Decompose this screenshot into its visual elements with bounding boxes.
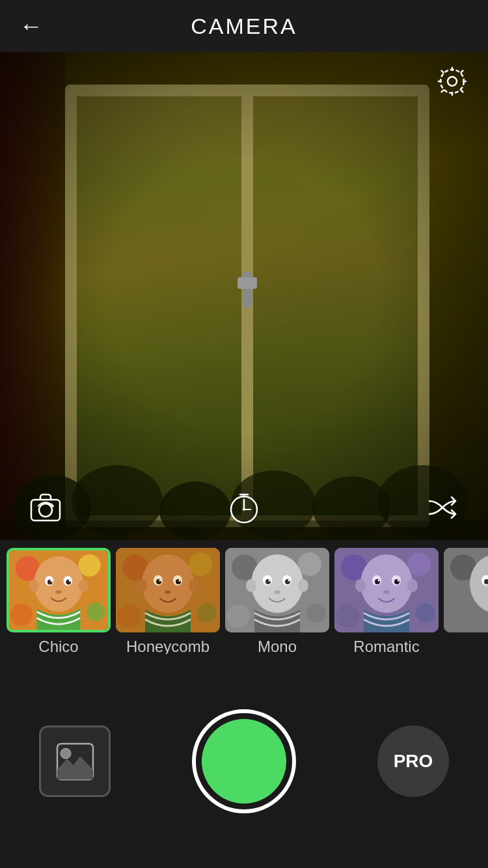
viewfinder-controls <box>0 488 488 527</box>
filter-thumb-fifth <box>444 548 488 632</box>
filter-label-honeycomb: Honeycomb <box>126 638 210 654</box>
svg-point-73 <box>407 579 418 592</box>
page-title: CAMERA <box>191 14 297 39</box>
svg-point-24 <box>55 590 62 594</box>
shutter-button[interactable] <box>192 709 296 813</box>
shuffle-button[interactable] <box>423 488 462 527</box>
svg-point-39 <box>179 580 181 582</box>
timer-button[interactable] <box>224 488 264 527</box>
svg-point-7 <box>441 70 464 93</box>
header: ← CAMERA <box>0 0 488 52</box>
svg-point-69 <box>378 580 380 582</box>
flip-camera-button[interactable] <box>26 488 65 527</box>
svg-point-38 <box>159 580 161 582</box>
svg-point-71 <box>383 590 390 594</box>
svg-point-45 <box>298 552 321 576</box>
svg-point-64 <box>360 554 413 613</box>
filter-item-romantic[interactable]: Romantic <box>334 548 439 654</box>
svg-point-15 <box>87 603 105 621</box>
svg-point-55 <box>274 590 280 594</box>
svg-point-11 <box>243 508 245 511</box>
filter-item-fifth[interactable] <box>444 548 488 638</box>
filter-label-chico: Chico <box>38 638 78 654</box>
svg-point-14 <box>78 554 100 576</box>
svg-point-23 <box>69 580 71 582</box>
svg-point-56 <box>246 579 256 592</box>
svg-point-42 <box>189 579 199 592</box>
camera-viewfinder[interactable] <box>0 52 488 540</box>
settings-button[interactable] <box>436 65 468 100</box>
filter-label-mono: Mono <box>258 638 297 654</box>
svg-point-41 <box>137 579 147 592</box>
svg-point-53 <box>269 580 271 582</box>
filter-thumb-honeycomb <box>116 548 220 632</box>
svg-point-22 <box>50 580 52 582</box>
svg-point-54 <box>288 580 290 582</box>
svg-point-47 <box>226 604 250 628</box>
filter-thumb-mono <box>225 548 329 632</box>
filter-item-honeycomb[interactable]: Honeycomb <box>116 548 220 654</box>
svg-point-46 <box>306 603 326 623</box>
svg-point-33 <box>142 554 194 613</box>
svg-point-82 <box>61 748 71 759</box>
gallery-button[interactable] <box>39 726 111 797</box>
filter-strip: Chico <box>0 540 488 654</box>
svg-point-48 <box>251 554 303 613</box>
svg-point-70 <box>398 580 400 582</box>
bottom-bar: PRO <box>0 654 488 868</box>
filter-item-chico[interactable]: Chico <box>7 548 111 654</box>
pro-label: PRO <box>394 751 433 772</box>
camera-scene <box>0 52 488 540</box>
filter-thumb-romantic <box>334 548 439 632</box>
svg-point-72 <box>355 579 366 592</box>
window-handle <box>238 272 256 324</box>
svg-point-25 <box>29 580 38 592</box>
filter-thumb-chico <box>7 548 111 632</box>
pro-button[interactable]: PRO <box>377 726 449 797</box>
svg-point-40 <box>165 590 171 594</box>
svg-point-9 <box>39 504 52 517</box>
shutter-inner <box>202 719 286 804</box>
back-button[interactable]: ← <box>20 12 43 40</box>
filter-label-romantic: Romantic <box>353 638 419 654</box>
svg-point-57 <box>298 579 308 592</box>
svg-point-26 <box>78 580 88 592</box>
svg-point-17 <box>34 556 83 612</box>
svg-point-16 <box>10 604 33 626</box>
filter-item-mono[interactable]: Mono <box>225 548 329 654</box>
